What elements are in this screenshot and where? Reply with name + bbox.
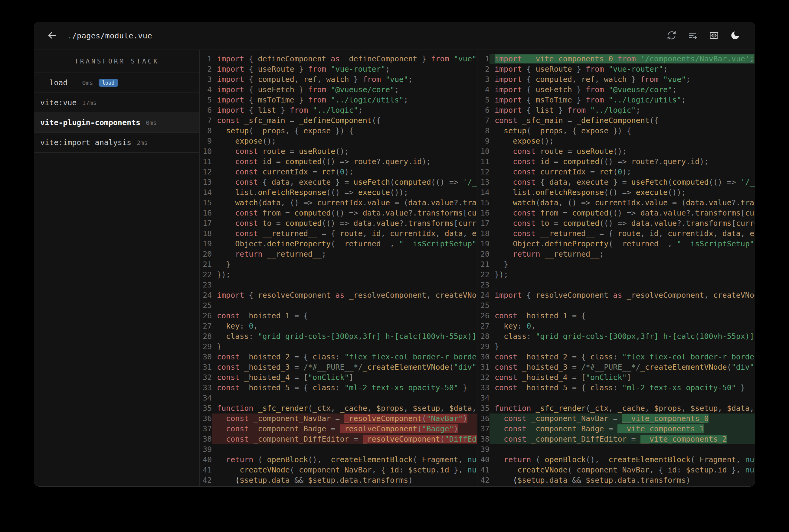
code-line: 30const _hoisted_2 = { class: "flex flex…	[200, 352, 477, 362]
code-line: 24import { resolveComponent as _resolveC…	[477, 290, 755, 301]
code-line: 18 const __returned__ = { route, id, cur…	[200, 229, 477, 239]
code-line: 37 const _component_Badge = __vite_compo…	[477, 424, 755, 434]
line-number: 4	[200, 84, 212, 95]
code-text: class: "grid grid-cols-[300px,3fr] h-[ca…	[212, 331, 477, 342]
line-number: 19	[200, 239, 212, 249]
code-line: 4import { useFetch } from "@vueuse/core"…	[477, 84, 755, 95]
code-text: });	[212, 270, 477, 280]
line-number: 33	[477, 383, 490, 393]
code-line: 9 expose();	[477, 136, 755, 146]
code-line: 12 const currentIdx = ref(0);	[477, 167, 755, 177]
code-line: 6import { list } from "../logic";	[477, 105, 755, 115]
line-number: 25	[477, 301, 490, 311]
line-number: 20	[200, 249, 212, 259]
code-line: 7const _sfc_main = _defineComponent({	[477, 115, 755, 126]
code-line: 1import __vite_components_0 from '/compo…	[477, 54, 755, 64]
code-line: 32const _hoisted_4 = ["onClick"]	[477, 373, 755, 383]
code-line: 42 ($setup.data && $setup.data.transform…	[200, 475, 477, 486]
code-text: const to = computed(() => data.value?.tr…	[490, 218, 755, 229]
code-text: setup(__props, { expose }) {	[212, 126, 477, 136]
code-line: 27 key: 0,	[200, 321, 477, 331]
line-number: 31	[477, 362, 490, 373]
main-content: TRANSFORM STACK __load__0msloadvite:vue1…	[34, 50, 755, 486]
line-number: 3	[200, 74, 212, 84]
code-text: const _component_DiffEditor = _resolveCo…	[212, 434, 477, 444]
transform-stack-item--load-[interactable]: __load__0msload	[34, 73, 199, 93]
line-number: 10	[477, 146, 490, 156]
line-number: 7	[200, 115, 212, 126]
code-text: const _hoisted_3 = /*#__PURE__*/_createE…	[490, 362, 755, 373]
code-line: 9 expose();	[200, 136, 477, 146]
line-number: 3	[477, 74, 490, 84]
code-line: 34	[477, 393, 755, 403]
line-number: 8	[200, 126, 212, 136]
line-number: 12	[200, 167, 212, 177]
code-line: 23	[477, 280, 755, 290]
transform-stack-item-vite-plugin-components[interactable]: vite-plugin-components0ms	[34, 113, 199, 133]
code-line: 3import { computed, ref, watch } from "v…	[200, 74, 477, 84]
hook-badge: load	[98, 79, 118, 87]
app-window: ./pages/module.vue	[34, 22, 755, 487]
refresh-button[interactable]	[666, 30, 677, 42]
plugin-name: vite-plugin-components	[40, 118, 140, 127]
code-line: 42 ($setup.data && $setup.data.transform…	[477, 475, 755, 486]
code-line: 18 const __returned__ = { route, id, cur…	[477, 229, 755, 239]
wrap-lines-icon	[687, 30, 698, 42]
code-text: function _sfc_render(_ctx, _cache, $prop…	[212, 403, 477, 414]
diff-pane-after[interactable]: 1import __vite_components_0 from '/compo…	[477, 50, 755, 486]
line-number: 24	[477, 290, 490, 301]
line-number: 10	[200, 146, 212, 156]
code-text: return (_openBlock(), _createElementBloc…	[212, 455, 477, 465]
transform-stack-item-vite-import-analysis[interactable]: vite:import-analysis2ms	[34, 133, 199, 153]
code-line: 35function _sfc_render(_ctx, _cache, $pr…	[200, 403, 477, 414]
line-number: 42	[200, 475, 212, 486]
code-text: watch(data, () => currentIdx.value = (da…	[490, 198, 755, 208]
theme-toggle-button[interactable]	[729, 30, 741, 42]
code-text: }	[490, 259, 755, 270]
line-number: 6	[200, 105, 212, 115]
code-line: 5import { msToTime } from "../logic/util…	[477, 95, 755, 105]
code-text: return __returned__;	[490, 249, 755, 259]
line-number: 27	[200, 321, 212, 331]
diff-pane-before[interactable]: 1import { defineComponent as _defineComp…	[200, 50, 477, 486]
code-line: 31const _hoisted_3 = /*#__PURE__*/_creat…	[477, 362, 755, 373]
back-button[interactable]	[46, 30, 58, 42]
line-number: 26	[200, 311, 212, 321]
diff-editor: 1import { defineComponent as _defineComp…	[200, 50, 755, 486]
wrap-lines-button[interactable]	[687, 30, 699, 42]
code-text: function _sfc_render(_ctx, _cache, $prop…	[490, 403, 755, 414]
code-text: const _hoisted_1 = {	[490, 311, 755, 321]
code-line: 24import { resolveComponent as _resolveC…	[200, 290, 477, 301]
code-line: 32const _hoisted_4 = ["onClick"]	[200, 373, 477, 383]
code-line: 25	[200, 301, 477, 311]
line-number: 35	[477, 403, 490, 414]
plugin-time: 2ms	[137, 139, 148, 146]
line-number: 38	[477, 434, 490, 444]
code-text	[212, 280, 477, 290]
code-line: 5import { msToTime } from "../logic/util…	[200, 95, 477, 105]
code-text: import { list } from "../logic";	[212, 105, 477, 115]
split-view-button[interactable]	[708, 30, 720, 42]
line-number: 33	[200, 383, 212, 393]
line-number: 20	[477, 249, 490, 259]
line-number: 5	[477, 95, 490, 105]
code-line: 19 Object.defineProperty(__returned__, "…	[477, 239, 755, 249]
code-line: 13 const { data, execute } = useFetch(co…	[477, 177, 755, 187]
code-line: 39	[477, 444, 755, 455]
code-line: 27 key: 0,	[477, 321, 755, 331]
line-number: 16	[200, 208, 212, 218]
line-number: 39	[200, 444, 212, 455]
line-number: 40	[200, 455, 212, 465]
transform-stack-title: TRANSFORM STACK	[34, 50, 199, 73]
code-text: setup(__props, { expose }) {	[490, 126, 755, 136]
topbar: ./pages/module.vue	[34, 22, 755, 50]
back-arrow-icon	[47, 30, 57, 42]
line-number: 21	[477, 259, 490, 270]
transform-stack-item-vite-vue[interactable]: vite:vue17ms	[34, 93, 199, 113]
line-number: 37	[200, 424, 212, 434]
line-number: 19	[477, 239, 490, 249]
line-number: 22	[477, 270, 490, 280]
line-number: 29	[200, 342, 212, 352]
code-text: const _component_NavBar = _resolveCompon…	[212, 414, 477, 424]
line-number: 37	[477, 424, 490, 434]
